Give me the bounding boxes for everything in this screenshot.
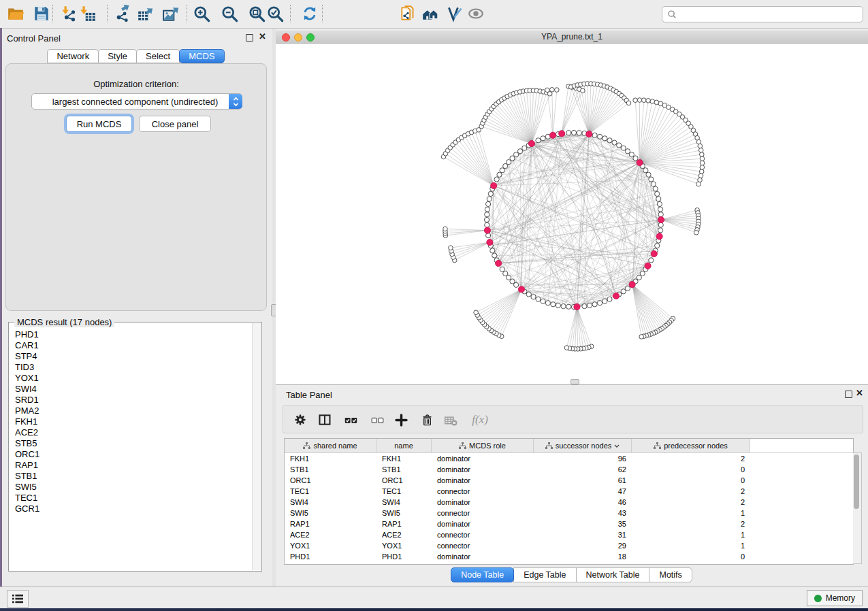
- select-all-button[interactable]: [342, 411, 359, 429]
- tab-style[interactable]: Style: [98, 49, 137, 63]
- delete-column-button[interactable]: [418, 411, 436, 429]
- float-table-panel-icon[interactable]: [845, 391, 852, 398]
- table-cell: dominator: [432, 464, 534, 475]
- table-row[interactable]: ORC1ORC1dominator610: [285, 475, 853, 486]
- search-input[interactable]: [679, 7, 863, 21]
- mcds-result-item[interactable]: SWI5: [10, 482, 253, 493]
- tab-select[interactable]: Select: [136, 49, 180, 63]
- tab-motifs[interactable]: Motifs: [649, 567, 692, 582]
- add-column-button[interactable]: [392, 411, 410, 429]
- table-cell: 96: [534, 453, 632, 464]
- control-panel-title: Control Panel: [7, 33, 61, 44]
- vizmapper-button[interactable]: [444, 3, 464, 24]
- tab-node-table[interactable]: Node Table: [451, 567, 514, 582]
- column-header-MCDS-role[interactable]: MCDS role: [432, 439, 534, 452]
- task-history-button[interactable]: [7, 590, 29, 608]
- run-mcds-button[interactable]: Run MCDS: [66, 116, 132, 132]
- tab-network[interactable]: Network: [47, 49, 99, 63]
- mcds-result-item[interactable]: SWI4: [10, 384, 253, 395]
- mcds-result-item[interactable]: ORC1: [10, 449, 253, 460]
- tab-network-table[interactable]: Network Table: [576, 567, 650, 582]
- mcds-result-item[interactable]: STB5: [10, 438, 253, 449]
- close-panel-button[interactable]: Close panel: [139, 116, 211, 132]
- column-layout-button[interactable]: [316, 411, 334, 429]
- close-panel-icon[interactable]: ✕: [259, 32, 266, 42]
- desktop-edge: [0, 28, 2, 587]
- table-settings-button[interactable]: [291, 411, 309, 429]
- mcds-result-item[interactable]: PMA2: [10, 406, 253, 416]
- table-cell: dominator: [432, 497, 534, 508]
- export-image-button[interactable]: [161, 3, 181, 24]
- shared-attribute-icon: [545, 442, 553, 450]
- float-panel-icon[interactable]: [246, 34, 253, 42]
- mcds-result-item[interactable]: FKH1: [10, 416, 253, 427]
- zoom-in-icon: [193, 5, 211, 23]
- hide-graphics-button[interactable]: [466, 3, 486, 24]
- zoom-in-button[interactable]: [191, 3, 212, 24]
- export-network-button[interactable]: [113, 3, 133, 24]
- open-folder-icon: [7, 5, 25, 22]
- table-cell: TEC1: [376, 486, 432, 497]
- mcds-result-item[interactable]: ACE2: [10, 427, 253, 438]
- table-cell: 62: [534, 464, 632, 475]
- table-row[interactable]: SWI4SWI4dominator462: [285, 497, 853, 508]
- mcds-result-list: PHD1CAR1STP4TID3YOX1SWI4SRD1PMA2FKH1ACE2…: [10, 329, 253, 570]
- criterion-select[interactable]: largest connected component (undirected): [31, 93, 242, 110]
- network-canvas[interactable]: [276, 44, 868, 384]
- table-cell: SWI5: [376, 508, 432, 518]
- memory-button[interactable]: Memory: [807, 590, 863, 606]
- import-table-button[interactable]: [78, 3, 98, 24]
- mcds-result-item[interactable]: YOX1: [10, 373, 253, 384]
- function-builder-button[interactable]: f(x): [468, 411, 492, 429]
- tab-mcds[interactable]: MCDS: [179, 49, 224, 63]
- mcds-result-item[interactable]: STB1: [10, 471, 253, 482]
- gear-icon: [293, 413, 307, 427]
- table-row[interactable]: SWI5SWI5connector431: [285, 508, 853, 518]
- toolbar-separator: [290, 5, 291, 22]
- main-toolbar: [0, 0, 868, 29]
- table-row[interactable]: FKH1FKH1dominator962: [285, 453, 853, 464]
- mcds-result-item[interactable]: TEC1: [10, 493, 253, 503]
- column-header-name[interactable]: name: [376, 439, 432, 452]
- table-cell: 0: [632, 551, 750, 562]
- tab-edge-table[interactable]: Edge Table: [513, 567, 576, 582]
- vizmapper-icon: [445, 5, 463, 22]
- delete-table-button[interactable]: [442, 411, 460, 429]
- table-row[interactable]: STB1STB1dominator620: [285, 464, 853, 475]
- zoom-fit-button[interactable]: [246, 3, 267, 24]
- table-row[interactable]: TEC1TEC1connector472: [285, 486, 853, 497]
- zoom-out-button[interactable]: [219, 3, 240, 24]
- open-file-button[interactable]: [5, 3, 26, 24]
- table-cell: 61: [534, 475, 632, 486]
- mcds-result-item[interactable]: STP4: [10, 351, 253, 362]
- table-scrollbar[interactable]: [853, 452, 862, 564]
- column-header-predecessor-nodes[interactable]: predecessor nodes: [632, 439, 750, 452]
- table-row[interactable]: PHD1PHD1dominator180: [285, 551, 853, 562]
- table-cell: YOX1: [285, 540, 376, 551]
- deselect-all-button[interactable]: [368, 411, 386, 429]
- column-header-successor-nodes[interactable]: successor nodes: [534, 439, 632, 452]
- mcds-result-item[interactable]: TID3: [10, 362, 253, 373]
- mcds-result-item[interactable]: SRD1: [10, 395, 253, 406]
- mcds-result-item[interactable]: RAP1: [10, 460, 253, 471]
- save-session-button[interactable]: [31, 3, 52, 24]
- horizontal-splitter-grip[interactable]: [570, 379, 579, 384]
- export-table-button[interactable]: [135, 3, 156, 24]
- mcds-result-item[interactable]: GCR1: [10, 503, 253, 514]
- home-networks-button[interactable]: [420, 3, 440, 24]
- refresh-button[interactable]: [300, 3, 320, 24]
- column-header-shared-name[interactable]: shared name: [285, 439, 376, 452]
- table-scrollbar-thumb[interactable]: [854, 455, 859, 509]
- table-row[interactable]: RAP1RAP1dominator352: [285, 518, 853, 529]
- share-session-button[interactable]: [398, 3, 418, 24]
- import-network-button[interactable]: [59, 3, 79, 24]
- node-table-body: FKH1FKH1dominator962STB1STB1dominator620…: [285, 453, 853, 562]
- close-table-panel-icon[interactable]: ✕: [856, 389, 863, 398]
- zoom-selected-button[interactable]: [265, 3, 285, 24]
- mcds-result-item[interactable]: PHD1: [10, 329, 253, 340]
- table-cell: 18: [534, 551, 632, 562]
- table-row[interactable]: ACE2ACE2connector311: [285, 529, 853, 540]
- table-row[interactable]: YOX1YOX1connector291: [285, 540, 853, 551]
- mcds-list-scrollbar[interactable]: [252, 323, 261, 570]
- mcds-result-item[interactable]: CAR1: [10, 340, 253, 351]
